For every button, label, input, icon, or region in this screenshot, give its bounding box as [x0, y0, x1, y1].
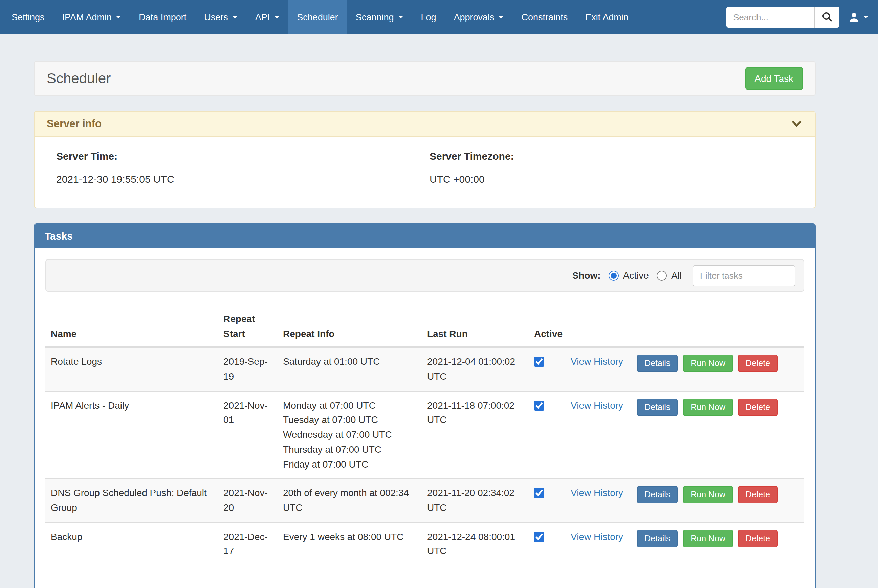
details-button[interactable]: Details: [637, 530, 678, 547]
nav-item-settings[interactable]: Settings: [3, 0, 54, 34]
server-time-value: 2021-12-30 19:55:05 UTC: [56, 173, 429, 185]
nav-item-exit-admin[interactable]: Exit Admin: [576, 0, 637, 34]
task-active-cell: [529, 348, 565, 392]
task-name-cell: DNS Group Scheduled Push: Default Group: [45, 479, 218, 522]
column-header-last-run: Last Run: [422, 306, 529, 348]
nav-item-log[interactable]: Log: [412, 0, 445, 34]
task-active-checkbox[interactable]: [534, 488, 544, 498]
task-name-cell: Backup: [45, 522, 218, 566]
nav-item-scheduler[interactable]: Scheduler: [288, 0, 347, 34]
nav-item-label: Log: [421, 12, 436, 22]
repeat-info-line: Wednesday at 07:00 UTC: [283, 428, 416, 442]
details-button[interactable]: Details: [637, 355, 678, 372]
task-active-checkbox[interactable]: [534, 357, 544, 367]
column-header-actions: [632, 306, 804, 348]
nav-item-label: Users: [204, 12, 228, 22]
repeat-info-line: Thursday at 07:00 UTC: [283, 442, 416, 457]
view-history-link[interactable]: View History: [571, 487, 623, 498]
nav-item-label: Scheduler: [297, 12, 338, 22]
task-last-run-cell: 2021-11-20 02:34:02 UTC: [422, 479, 529, 522]
task-actions-cell: Details Run Now Delete: [632, 392, 804, 479]
top-navbar: SettingsIPAM AdminData ImportUsersAPISch…: [0, 0, 878, 34]
delete-button[interactable]: Delete: [738, 355, 777, 372]
server-info-panel: Server info Server Time: 2021-12-30 19:5…: [34, 111, 816, 208]
repeat-info-line: 20th of every month at 002:34 UTC: [283, 486, 416, 515]
search-button[interactable]: [814, 6, 839, 27]
show-active-label: Active: [623, 270, 649, 281]
chevron-down-icon[interactable]: [791, 118, 803, 130]
server-timezone-label: Server Timezone:: [429, 150, 803, 162]
details-button[interactable]: Details: [637, 399, 678, 416]
view-history-link[interactable]: View History: [571, 356, 623, 367]
task-repeat-start-cell: 2021-Nov-01: [218, 392, 278, 479]
task-actions-cell: Details Run Now Delete: [632, 348, 804, 392]
delete-button[interactable]: Delete: [738, 399, 777, 416]
nav-item-ipam-admin[interactable]: IPAM Admin: [54, 0, 130, 34]
task-history-cell: View History: [565, 522, 632, 566]
task-last-run-cell: 2021-12-24 08:00:01 UTC: [422, 522, 529, 566]
show-all-option[interactable]: All: [657, 270, 682, 281]
nav-item-label: Constraints: [522, 12, 568, 22]
repeat-info-line: Tuesday at 07:00 UTC: [283, 413, 416, 428]
task-last-run-cell: 2021-12-04 01:00:02 UTC: [422, 348, 529, 392]
task-name-cell: IPAM Alerts - Daily: [45, 392, 218, 479]
show-active-radio[interactable]: [609, 270, 619, 280]
task-active-cell: [529, 479, 565, 522]
task-repeat-info-cell: Monday at 07:00 UTCTuesday at 07:00 UTCW…: [278, 392, 422, 479]
task-row: DNS Group Scheduled Push: Default Group …: [45, 479, 804, 522]
show-active-option[interactable]: Active: [609, 270, 649, 281]
delete-button[interactable]: Delete: [738, 486, 777, 503]
show-label: Show:: [572, 270, 601, 281]
tasks-table-body: Rotate Logs 2019-Sep-19 Saturday at 01:0…: [45, 348, 804, 566]
nav-item-constraints[interactable]: Constraints: [513, 0, 577, 34]
run-now-button[interactable]: Run Now: [683, 486, 733, 503]
task-last-run-cell: 2021-11-18 07:00:02 UTC: [422, 392, 529, 479]
page-content: Scheduler Add Task Server info Server Ti…: [0, 34, 878, 588]
user-icon: [848, 11, 860, 22]
nav-item-data-import[interactable]: Data Import: [130, 0, 195, 34]
add-task-button[interactable]: Add Task: [745, 67, 803, 90]
task-actions-cell: Details Run Now Delete: [632, 479, 804, 522]
task-repeat-info-cell: 20th of every month at 002:34 UTC: [278, 479, 422, 522]
filter-tasks-input[interactable]: [692, 265, 795, 286]
caret-down-icon: [398, 16, 403, 18]
column-header-repeat-info: Repeat Info: [278, 306, 422, 348]
search-icon: [822, 12, 833, 22]
task-history-cell: View History: [565, 348, 632, 392]
nav-item-approvals[interactable]: Approvals: [445, 0, 513, 34]
task-active-checkbox[interactable]: [534, 400, 544, 411]
column-header-repeat-start: Repeat Start: [218, 306, 278, 348]
run-now-button[interactable]: Run Now: [683, 355, 733, 372]
server-info-header[interactable]: Server info: [35, 112, 815, 136]
server-info-title: Server info: [47, 118, 102, 130]
repeat-info-line: Monday at 07:00 UTC: [283, 399, 416, 413]
nav-item-label: IPAM Admin: [62, 12, 112, 22]
task-actions-cell: Details Run Now Delete: [632, 522, 804, 566]
view-history-link[interactable]: View History: [571, 400, 623, 411]
caret-down-icon: [116, 16, 121, 18]
server-timezone-value: UTC +00:00: [429, 173, 803, 185]
scheduler-heading-panel: Scheduler Add Task: [34, 61, 816, 96]
column-header-active: Active: [529, 306, 565, 348]
nav-item-users[interactable]: Users: [195, 0, 246, 34]
nav-item-label: Scanning: [356, 12, 394, 22]
tasks-toolbar: Show: Active All: [45, 259, 804, 292]
run-now-button[interactable]: Run Now: [683, 530, 733, 547]
run-now-button[interactable]: Run Now: [683, 399, 733, 416]
task-active-checkbox[interactable]: [534, 531, 544, 542]
nav-item-api[interactable]: API: [246, 0, 288, 34]
search-input[interactable]: [726, 6, 814, 27]
tasks-table: Name Repeat Start Repeat Info Last Run A…: [45, 306, 804, 566]
nav-item-label: Approvals: [454, 12, 495, 22]
user-menu[interactable]: [845, 11, 871, 22]
details-button[interactable]: Details: [637, 486, 678, 503]
show-all-radio[interactable]: [657, 270, 667, 280]
tasks-panel-header: Tasks: [35, 224, 815, 248]
task-history-cell: View History: [565, 479, 632, 522]
delete-button[interactable]: Delete: [738, 530, 777, 547]
caret-down-icon: [498, 16, 504, 18]
nav-item-scanning[interactable]: Scanning: [347, 0, 412, 34]
view-history-link[interactable]: View History: [571, 531, 623, 542]
server-info-body: Server Time: 2021-12-30 19:55:05 UTC Ser…: [35, 136, 815, 208]
caret-down-icon: [863, 16, 869, 18]
